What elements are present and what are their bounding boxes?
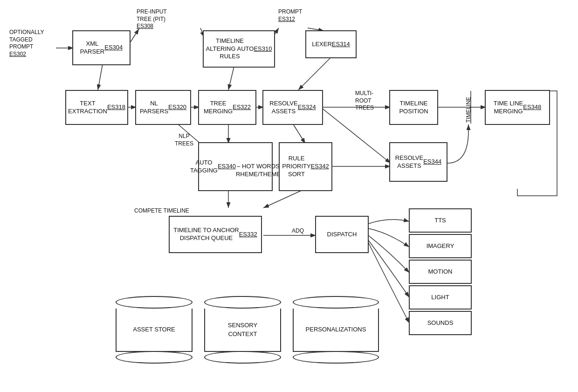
box-timeline-altering: TIMELINEALTERING AUTORULES ES310	[203, 30, 275, 68]
box-dispatch: DISPATCH	[315, 216, 369, 253]
box-tts: TTS	[409, 208, 472, 233]
cylinder-asset-store: ASSET STORE	[116, 296, 193, 364]
box-nl-parsers: NLPARSERSES320	[135, 90, 191, 125]
box-text-extraction: TEXTEXTRACTIONES318	[65, 90, 128, 125]
label-nlp-trees: NLPTREES	[175, 133, 193, 147]
box-imagery: IMAGERY	[409, 234, 472, 258]
box-timeline-merging: TIME LINEMERGINGES348	[485, 90, 550, 125]
box-lexer: LEXERES314	[305, 30, 357, 58]
box-timeline-position: TIMELINEPOSITION	[389, 90, 438, 125]
cylinder-personalizations: PERSONALIZATIONS	[293, 296, 379, 364]
box-dispatch-queue: TIMELINE TO ANCHORDISPATCH QUEUEES332	[169, 216, 262, 253]
box-motion: MOTION	[409, 260, 472, 284]
box-auto-tagging: AUTO TAGGINGES340– HOT WORDSRHEME/THEME	[198, 142, 273, 191]
box-rule-priority-sort: RULEPRIORITYSORTES342	[279, 142, 332, 191]
box-xml-parser: XMLPARSERES304	[72, 30, 131, 65]
box-tree-merging: TREEMERGINGES322	[198, 90, 256, 125]
label-prompt-es312: PROMPTES312	[278, 8, 302, 23]
label-compete-timeline: COMPETE TIMELINE	[134, 207, 189, 215]
box-resolve-assets-324: RESOLVEASSETSES324	[262, 90, 323, 125]
label-optionally-tagged: OPTIONALLYTAGGEDPROMPTES302	[9, 29, 44, 58]
box-sounds: SOUNDS	[409, 311, 472, 335]
box-light: LIGHT	[409, 285, 472, 309]
label-pre-input: PRE-INPUTTREE (PIT)ES308	[137, 8, 167, 30]
box-resolve-assets-344: RESOLVEASSETSES344	[389, 142, 447, 182]
label-adq: ADQ	[292, 227, 304, 235]
label-timeline-vertical: TIMELINE	[465, 90, 473, 123]
cylinder-sensory-context: SENSORYCONTEXT	[204, 296, 281, 364]
label-multi-root: MULTI-ROOTTREES	[355, 90, 374, 112]
